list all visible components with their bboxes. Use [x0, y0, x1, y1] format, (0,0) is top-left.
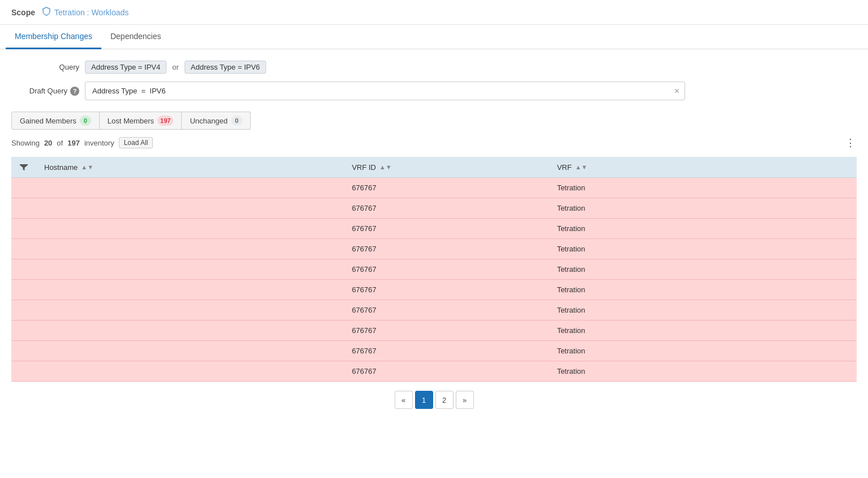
vrf-header[interactable]: VRF ▲▼	[549, 157, 857, 178]
vrf-cell: Tetration	[549, 198, 857, 219]
row-filter-cell	[11, 198, 36, 219]
scope-value[interactable]: Tetration : Workloads	[54, 8, 129, 17]
more-options-icon[interactable]: ⋮	[845, 136, 857, 149]
table-row: 676767Tetration	[11, 219, 857, 239]
row-filter-cell	[11, 259, 36, 280]
pagination-next[interactable]: »	[456, 391, 474, 409]
vrf-id-cell: 676767	[344, 239, 549, 259]
tab-bar: Membership Changes Dependencies	[0, 25, 868, 49]
vrf-cell: Tetration	[549, 239, 857, 259]
pagination-page-2[interactable]: 2	[435, 391, 454, 409]
row-filter-cell	[11, 300, 36, 321]
hostname-cell	[36, 341, 344, 361]
hostname-cell	[36, 259, 344, 280]
table-row: 676767Tetration	[11, 321, 857, 341]
unchanged-count-badge: 0	[231, 116, 242, 126]
table-row: 676767Tetration	[11, 198, 857, 219]
vrf-cell: Tetration	[549, 280, 857, 300]
vrf-cell: Tetration	[549, 219, 857, 239]
table-row: 676767Tetration	[11, 341, 857, 361]
hostname-cell	[36, 239, 344, 259]
query-or: or	[172, 63, 179, 71]
filter-tab-gained[interactable]: Gained Members 0	[11, 112, 100, 130]
row-filter-cell	[11, 178, 36, 198]
filter-icon[interactable]	[16, 163, 32, 172]
vrf-id-cell: 676767	[344, 280, 549, 300]
scope-bar: Scope Tetration : Workloads	[0, 0, 868, 25]
query-label: Query	[11, 63, 79, 71]
vrf-id-header[interactable]: VRF ID ▲▼	[344, 157, 549, 178]
hostname-cell	[36, 280, 344, 300]
pagination-page-1[interactable]: 1	[415, 391, 433, 409]
content-area: Query Address Type = IPV4 or Address Typ…	[0, 49, 868, 429]
vrf-id-cell: 676767	[344, 300, 549, 321]
vrf-id-cell: 676767	[344, 198, 549, 219]
filter-tab-unchanged[interactable]: Unchanged 0	[182, 112, 251, 130]
vrf-cell: Tetration	[549, 259, 857, 280]
pagination: « 1 2 »	[11, 382, 857, 418]
row-filter-cell	[11, 239, 36, 259]
row-filter-cell	[11, 219, 36, 239]
vrf-cell: Tetration	[549, 361, 857, 382]
showing-prefix: Showing	[11, 139, 40, 147]
gained-members-label: Gained Members	[20, 117, 76, 125]
vrf-id-cell: 676767	[344, 321, 549, 341]
draft-query-label: Draft Query ?	[11, 87, 79, 96]
vrf-id-cell: 676767	[344, 219, 549, 239]
hostname-cell	[36, 361, 344, 382]
vrf-cell: Tetration	[549, 300, 857, 321]
vrf-cell: Tetration	[549, 178, 857, 198]
lost-members-label: Lost Members	[108, 117, 154, 125]
vrf-id-cell: 676767	[344, 178, 549, 198]
filter-tabs: Gained Members 0 Lost Members 197 Unchan…	[11, 112, 857, 130]
table-row: 676767Tetration	[11, 361, 857, 382]
showing-of: of	[57, 139, 63, 147]
hostname-header[interactable]: Hostname ▲▼	[36, 157, 344, 178]
showing-row: Showing 20 of 197 inventory Load All ⋮	[11, 136, 857, 149]
hostname-cell	[36, 219, 344, 239]
draft-query-input[interactable]	[85, 82, 685, 100]
table-row: 676767Tetration	[11, 178, 857, 198]
vrf-id-cell: 676767	[344, 341, 549, 361]
help-icon[interactable]: ?	[70, 87, 79, 96]
tab-membership-changes[interactable]: Membership Changes	[6, 25, 101, 49]
table-container: Hostname ▲▼ VRF ID ▲▼ VR	[11, 157, 857, 382]
lost-count-badge: 197	[157, 116, 173, 126]
pagination-prev[interactable]: «	[395, 391, 413, 409]
showing-suffix: inventory	[84, 139, 114, 147]
hostname-cell	[36, 321, 344, 341]
table-row: 676767Tetration	[11, 239, 857, 259]
draft-query-row: Draft Query ? ×	[11, 82, 857, 100]
row-filter-cell	[11, 280, 36, 300]
tab-dependencies[interactable]: Dependencies	[101, 25, 170, 49]
sort-icon-hostname: ▲▼	[81, 164, 93, 170]
vrf-cell: Tetration	[549, 341, 857, 361]
vrf-id-cell: 676767	[344, 361, 549, 382]
row-filter-cell	[11, 321, 36, 341]
scope-label: Scope	[11, 8, 35, 17]
table-row: 676767Tetration	[11, 300, 857, 321]
query-tag-ipv6: Address Type = IPV6	[185, 61, 266, 74]
table-row: 676767Tetration	[11, 259, 857, 280]
scope-link[interactable]: Tetration : Workloads	[42, 7, 129, 18]
table-wrapper: Hostname ▲▼ VRF ID ▲▼ VR	[11, 157, 857, 418]
hostname-cell	[36, 178, 344, 198]
draft-query-input-wrap: ×	[85, 82, 685, 100]
filter-tab-lost[interactable]: Lost Members 197	[100, 112, 182, 130]
showing-current: 20	[44, 139, 52, 147]
showing-total: 197	[67, 139, 80, 147]
inventory-table: Hostname ▲▼ VRF ID ▲▼ VR	[11, 157, 857, 382]
table-header-row: Hostname ▲▼ VRF ID ▲▼ VR	[11, 157, 857, 178]
close-icon[interactable]: ×	[674, 86, 679, 96]
hostname-cell	[36, 198, 344, 219]
filter-header-cell	[11, 157, 36, 178]
sort-icon-vrf: ▲▼	[575, 164, 588, 170]
shield-icon	[42, 7, 51, 18]
unchanged-label: Unchanged	[190, 117, 228, 125]
query-tag-ipv4: Address Type = IPV4	[85, 61, 166, 74]
query-row: Query Address Type = IPV4 or Address Typ…	[11, 61, 857, 74]
row-filter-cell	[11, 341, 36, 361]
load-all-button[interactable]: Load All	[119, 137, 153, 148]
hostname-cell	[36, 300, 344, 321]
vrf-cell: Tetration	[549, 321, 857, 341]
